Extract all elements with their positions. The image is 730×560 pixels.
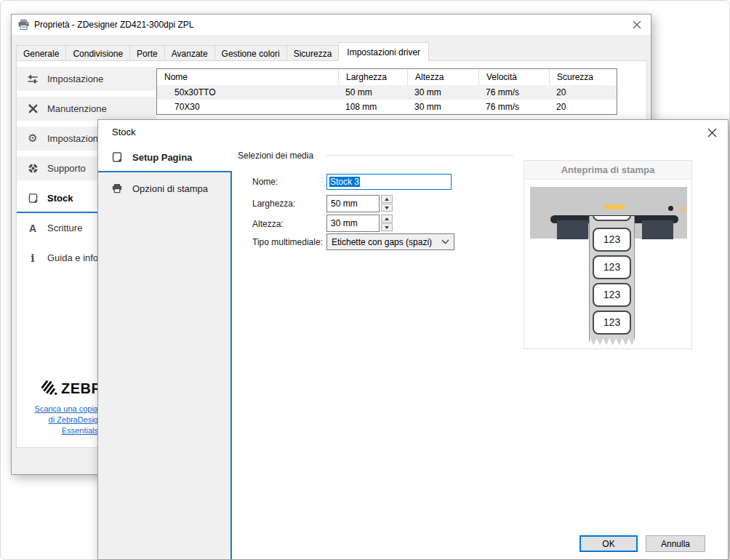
dialog-close-icon[interactable] xyxy=(703,124,721,140)
larghezza-label: Larghezza: xyxy=(252,199,295,209)
window-title: Proprietà - ZDesigner ZD421-300dpi ZPL xyxy=(34,20,193,30)
preview-title: Anteprima di stampa xyxy=(524,161,691,180)
larghezza-down-button[interactable] xyxy=(381,204,393,212)
altezza-input[interactable]: 30 mm xyxy=(326,215,380,232)
page-icon xyxy=(111,151,124,163)
group-title: Selezioni dei media xyxy=(238,151,313,161)
dialog-title: Stock xyxy=(112,127,136,137)
download-link-line[interactable]: di ZebraDesig xyxy=(17,415,98,425)
nome-input[interactable]: Stock 3 xyxy=(326,174,452,190)
label-preview: 123 xyxy=(593,228,631,252)
column-header-larghezza[interactable]: Larghezza xyxy=(338,69,407,85)
sidebar-item-label: Manutenzione xyxy=(47,103,107,114)
download-links: Scarica una copia di ZebraDesig Essentia… xyxy=(17,404,98,436)
larghezza-up-button[interactable] xyxy=(381,195,393,203)
tools-icon xyxy=(26,103,39,114)
tab-strip: Generale Condivisione Porte Avanzate Ges… xyxy=(16,43,428,61)
altezza-down-button[interactable] xyxy=(381,223,393,231)
support-icon xyxy=(26,163,39,174)
sidebar-item-manutenzione[interactable]: Manutenzione xyxy=(17,97,156,121)
tipo-multimediale-value: Etichette con gaps (spazi) xyxy=(332,237,432,247)
titlebar: Proprietà - ZDesigner ZD421-300dpi ZPL xyxy=(12,15,651,35)
printer-app-icon xyxy=(17,18,30,31)
printer-button-yellow xyxy=(681,207,685,211)
gear-icon: ⚙ xyxy=(26,133,39,144)
altezza-spinner: 30 mm xyxy=(326,215,393,232)
table-row[interactable]: 50x30TTO 50 mm 30 mm 76 mm/s 20 xyxy=(157,85,617,100)
larghezza-spinner: 50 mm xyxy=(326,195,393,212)
sidebar-item-label: Impostazioni xyxy=(47,133,100,144)
up-arrow-icon xyxy=(385,198,389,201)
zebra-head-icon xyxy=(40,380,58,397)
tab-avanzate[interactable]: Avanzate xyxy=(164,45,215,61)
group-divider xyxy=(326,155,513,156)
column-header-velocita[interactable]: Velocità xyxy=(478,69,549,85)
ok-button[interactable]: OK xyxy=(579,535,638,552)
tab-porte[interactable]: Porte xyxy=(129,45,165,61)
tab-condivisione[interactable]: Condivisione xyxy=(65,45,130,61)
altezza-up-button[interactable] xyxy=(381,215,393,223)
stock-table: Nome Larghezza Altezza Velocità Scurezza… xyxy=(156,68,617,115)
tipo-multimediale-dropdown[interactable]: Etichette con gaps (spazi) xyxy=(326,233,454,250)
tab-impostazioni-driver[interactable]: Impostazioni driver xyxy=(338,42,429,62)
nome-input-value: Stock 3 xyxy=(329,177,360,187)
table-header-row: Nome Larghezza Altezza Velocità Scurezza xyxy=(157,69,617,85)
tab-generale[interactable]: Generale xyxy=(16,45,66,61)
larghezza-input[interactable]: 50 mm xyxy=(326,195,380,212)
chevron-down-icon xyxy=(441,239,449,244)
download-link-line[interactable]: Essentials xyxy=(17,425,98,436)
label-preview: 123 xyxy=(593,283,631,307)
stock-dialog: Stock Setup Pagina Opzioni di stampa Sel… xyxy=(97,119,729,560)
tipo-multimediale-label: Tipo multimediale: xyxy=(252,237,323,247)
annulla-button[interactable]: Annulla xyxy=(646,535,705,552)
printer-shoulder-right xyxy=(642,220,673,239)
sidebar-item-impostazione[interactable]: Impostazione xyxy=(17,67,156,91)
sliders-icon xyxy=(26,73,39,85)
up-arrow-icon xyxy=(385,217,389,220)
column-header-nome[interactable]: Nome xyxy=(157,69,338,85)
column-header-scurezza[interactable]: Scurezza xyxy=(549,69,617,85)
column-header-altezza[interactable]: Altezza xyxy=(407,69,478,85)
label-preview: 123 xyxy=(593,255,631,279)
down-arrow-icon xyxy=(385,207,389,209)
nome-label: Nome: xyxy=(252,177,278,187)
download-link-line[interactable]: Scarica una copia xyxy=(17,404,98,415)
nav-item-opzioni-di-stampa[interactable]: Opzioni di stampa xyxy=(98,177,232,200)
sidebar-item-label: Impostazione xyxy=(47,73,103,84)
zebra-logo: ZEBR xyxy=(40,380,102,397)
sidebar-item-label: Scritture xyxy=(47,223,82,233)
page-icon xyxy=(26,193,39,204)
table-row[interactable]: 70X30 108 mm 30 mm 76 mm/s 20 xyxy=(157,100,617,114)
sidebar-item-label: Stock xyxy=(47,193,73,204)
zebra-logo-text: ZEBR xyxy=(61,380,102,397)
nav-item-setup-pagina[interactable]: Setup Pagina xyxy=(98,143,232,171)
printer-icon xyxy=(111,183,124,194)
altezza-label: Altezza: xyxy=(252,219,284,229)
sidebar-item-label: Supporto xyxy=(47,163,86,174)
tab-gestione-colori[interactable]: Gestione colori xyxy=(214,45,287,61)
label-preview: 123 xyxy=(593,311,631,335)
label-strip: 123 123 123 123 xyxy=(589,216,635,345)
print-preview-panel: Anteprima di stampa 123 123 123 123 xyxy=(524,160,692,349)
nav-item-label: Setup Pagina xyxy=(132,152,192,163)
tab-sicurezza[interactable]: Sicurezza xyxy=(286,45,340,61)
down-arrow-icon xyxy=(385,226,389,229)
window-close-icon[interactable] xyxy=(626,16,648,33)
printer-shoulder-left xyxy=(557,220,588,239)
letter-a-icon: A xyxy=(26,223,39,233)
info-icon: i xyxy=(26,253,39,263)
nav-item-label: Opzioni di stampa xyxy=(132,183,208,194)
printer-button-dark xyxy=(668,206,673,211)
sidebar-item-label: Guida e infor xyxy=(47,252,101,263)
screen: Proprietà - ZDesigner ZD421-300dpi ZPL G… xyxy=(0,0,730,560)
printer-status-light xyxy=(604,204,625,209)
dialog-nav-pane xyxy=(98,171,232,559)
